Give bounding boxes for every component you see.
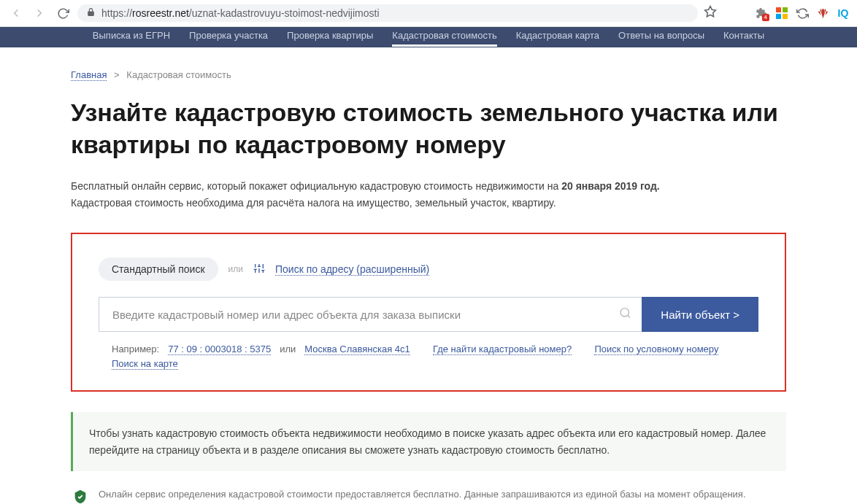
microsoft-icon[interactable] bbox=[775, 7, 788, 20]
search-panel: Стандартный поиск или Поиск по адресу (р… bbox=[71, 233, 786, 392]
nav-item-egrn[interactable]: Выписка из ЕГРН bbox=[93, 30, 170, 45]
svg-rect-1 bbox=[776, 7, 781, 12]
search-button[interactable]: Найти объект > bbox=[642, 297, 758, 332]
lock-icon bbox=[86, 7, 96, 19]
svg-rect-3 bbox=[776, 14, 781, 19]
svg-rect-4 bbox=[783, 14, 788, 19]
tab-advanced-search[interactable]: Поиск по адресу (расширенный) bbox=[275, 263, 429, 276]
breadcrumb-home[interactable]: Главная bbox=[71, 69, 107, 81]
breadcrumb: Главная > Кадастровая стоимость bbox=[71, 69, 786, 80]
hint-on-map[interactable]: Поиск на карте bbox=[112, 358, 178, 370]
intro-text: Бесплатный онлайн сервис, который покаже… bbox=[71, 178, 786, 211]
url-text: https://rosreestr.net/uznat-kadastrovuyu… bbox=[101, 7, 380, 19]
diamond-icon[interactable] bbox=[816, 7, 829, 20]
recycle-icon[interactable] bbox=[796, 7, 809, 20]
back-button[interactable] bbox=[7, 4, 25, 22]
star-icon[interactable] bbox=[704, 5, 717, 21]
page-title: Узнайте кадастровую стоимость земельного… bbox=[71, 96, 786, 160]
hint-conventional[interactable]: Поиск по условному номеру bbox=[594, 344, 718, 355]
site-navigation: Выписка из ЕГРН Проверка участка Проверк… bbox=[0, 27, 857, 47]
shield-text: Онлайн сервис определения кадастровой ст… bbox=[99, 487, 785, 504]
breadcrumb-sep: > bbox=[114, 69, 120, 80]
iq-icon[interactable]: IQ bbox=[837, 7, 850, 20]
svg-marker-0 bbox=[705, 7, 716, 17]
nav-item-cadastral-map[interactable]: Кадастровая карта bbox=[516, 30, 599, 45]
svg-point-14 bbox=[620, 309, 629, 317]
tab-separator: или bbox=[228, 264, 243, 274]
nav-item-faq[interactable]: Ответы на вопросы bbox=[618, 30, 704, 45]
hint-where-find[interactable]: Где найти кадастровый номер? bbox=[433, 344, 572, 355]
address-bar[interactable]: https://rosreestr.net/uznat-kadastrovuyu… bbox=[77, 4, 698, 22]
search-input[interactable] bbox=[99, 297, 642, 332]
nav-item-check-apartment[interactable]: Проверка квартиры bbox=[287, 30, 373, 45]
breadcrumb-current: Кадастровая стоимость bbox=[126, 69, 231, 80]
nav-item-check-plot[interactable]: Проверка участка bbox=[189, 30, 268, 45]
extension-badge: 4 bbox=[762, 14, 769, 21]
browser-toolbar: https://rosreestr.net/uznat-kadastrovuyu… bbox=[0, 0, 857, 27]
search-icon bbox=[619, 307, 631, 322]
info-box-instructions: Чтобы узнать кадастровую стоимость объек… bbox=[71, 412, 786, 471]
extension-icon[interactable]: 4 bbox=[755, 7, 768, 20]
svg-rect-2 bbox=[783, 7, 788, 12]
extension-icons: 4 IQ bbox=[755, 7, 850, 20]
hint-example-number[interactable]: 77 : 09 : 0003018 : 5375 bbox=[168, 344, 271, 355]
search-hints: Например: 77 : 09 : 0003018 : 5375 или М… bbox=[112, 344, 758, 370]
sliders-icon bbox=[253, 263, 265, 276]
shield-icon bbox=[72, 489, 88, 504]
nav-item-contacts[interactable]: Контакты bbox=[723, 30, 764, 45]
reload-button[interactable] bbox=[54, 4, 72, 22]
forward-button[interactable] bbox=[31, 4, 48, 22]
info-row-shield: Онлайн сервис определения кадастровой ст… bbox=[71, 487, 786, 504]
nav-item-cadastral-value[interactable]: Кадастровая стоимость bbox=[392, 30, 496, 45]
svg-line-15 bbox=[628, 315, 630, 317]
hint-example-address[interactable]: Москва Славянская 4c1 bbox=[304, 344, 410, 355]
tab-standard-search[interactable]: Стандартный поиск bbox=[99, 257, 218, 281]
